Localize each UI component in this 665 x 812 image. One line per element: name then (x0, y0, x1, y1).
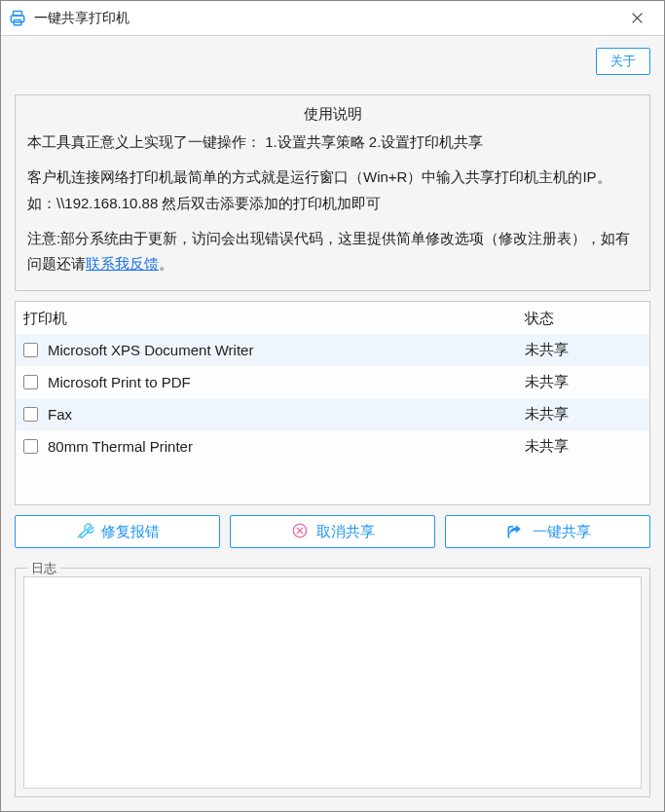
instructions-panel: 使用说明 本工具真正意义上实现了一键操作： 1.设置共享策略 2.设置打印机共享… (15, 94, 650, 291)
instructions-line3: 注意:部分系统由于更新，访问会出现错误代码，这里提供简单修改选项（修改注册表），… (27, 226, 638, 277)
log-label: 日志 (27, 560, 60, 577)
close-icon (631, 12, 644, 24)
unshare-label: 取消共享 (316, 523, 375, 541)
action-row: 修复报错 取消共享 一 (15, 515, 650, 548)
printer-name: Microsoft XPS Document Writer (48, 342, 525, 358)
close-button[interactable] (619, 1, 654, 36)
col-header-name: 打印机 (23, 310, 525, 328)
log-textarea[interactable] (23, 576, 642, 789)
printer-row[interactable]: Microsoft XPS Document Writer 未共享 (16, 334, 649, 366)
printer-status: 未共享 (525, 405, 642, 424)
printer-row[interactable]: Microsoft Print to PDF 未共享 (16, 366, 649, 398)
wrench-icon (76, 522, 93, 542)
printer-status: 未共享 (525, 373, 642, 391)
app-window: 一键共享打印机 关于 使用说明 本工具真正意义上实现了一键操作： 1.设置共享策… (0, 0, 665, 812)
instructions-line1: 本工具真正意义上实现了一键操作： 1.设置共享策略 2.设置打印机共享 (27, 129, 638, 155)
printer-name: Fax (48, 406, 525, 423)
cancel-icon (291, 522, 309, 542)
repair-button[interactable]: 修复报错 (15, 515, 220, 548)
printer-list-header: 打印机 状态 (16, 302, 649, 334)
window-title: 一键共享打印机 (34, 10, 619, 27)
unshare-button[interactable]: 取消共享 (230, 515, 435, 548)
printer-row[interactable]: Fax 未共享 (16, 398, 649, 430)
titlebar: 一键共享打印机 (1, 1, 664, 36)
feedback-link[interactable]: 联系我反馈 (86, 255, 159, 272)
printer-status: 未共享 (525, 341, 642, 359)
instructions-line2: 客户机连接网络打印机最简单的方式就是运行窗口（Win+R）中输入共享打印机主机的… (27, 165, 638, 216)
printer-status: 未共享 (525, 437, 642, 456)
instructions-line3-suffix: 。 (159, 255, 173, 272)
share-button[interactable]: 一键共享 (445, 515, 650, 548)
about-button[interactable]: 关于 (596, 48, 650, 75)
printer-name: Microsoft Print to PDF (48, 374, 525, 390)
share-label: 一键共享 (533, 523, 591, 541)
printer-row[interactable]: 80mm Thermal Printer 未共享 (16, 430, 649, 462)
printer-name: 80mm Thermal Printer (48, 438, 525, 455)
checkbox[interactable] (23, 439, 38, 454)
checkbox[interactable] (23, 375, 38, 389)
instructions-title: 使用说明 (27, 105, 638, 124)
checkbox[interactable] (23, 343, 38, 357)
repair-label: 修复报错 (101, 523, 160, 541)
printer-icon (9, 10, 26, 27)
printer-list: 打印机 状态 Microsoft XPS Document Writer 未共享… (15, 301, 650, 505)
content-area: 关于 使用说明 本工具真正意义上实现了一键操作： 1.设置共享策略 2.设置打印… (1, 36, 664, 811)
checkbox[interactable] (23, 407, 38, 422)
about-row: 关于 (15, 48, 650, 75)
share-icon (505, 521, 525, 543)
log-panel: 日志 (15, 568, 650, 797)
svg-rect-1 (11, 16, 24, 22)
col-header-status: 状态 (525, 310, 642, 328)
